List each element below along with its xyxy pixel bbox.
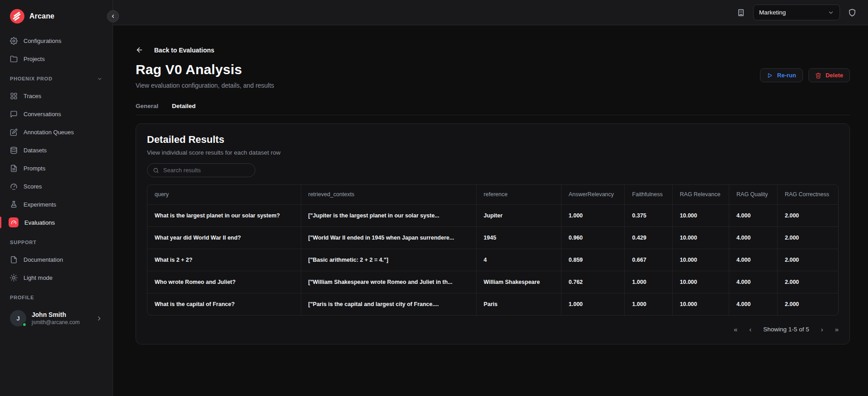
cell-query: What year did World War II end? (147, 226, 301, 249)
column-header-answer-relevancy: AnswerRelevancy (561, 185, 625, 204)
cell-retrieved-contexts: ["William Shakespeare wrote Romeo and Ju… (301, 271, 476, 293)
header-actions: Re-run Delete (760, 68, 850, 82)
topbar: Marketing (113, 0, 868, 25)
cell-retrieved-contexts: ["World War II ended in 1945 when Japan … (301, 226, 476, 249)
delete-button[interactable]: Delete (808, 68, 850, 82)
delete-label: Delete (826, 72, 843, 79)
profile-card[interactable]: J John Smith jsmith@arcane.com (0, 306, 113, 326)
cell-rag-correctness: 2.000 (778, 226, 839, 249)
cell-reference: Paris (476, 293, 561, 315)
first-page-icon[interactable]: « (734, 325, 737, 333)
column-header-reference: reference (476, 185, 561, 204)
sidebar-item-light-mode[interactable]: Light mode (0, 269, 113, 287)
cell-rag-correctness: 2.000 (778, 249, 839, 271)
brand-name: Arcane (29, 12, 54, 20)
evaluations-gauge-icon (9, 217, 19, 227)
card-subtitle: View individual score results for each d… (147, 149, 839, 156)
cell-answer-relevancy: 0.762 (561, 271, 625, 293)
sidebar-item-conversations[interactable]: Conversations (0, 105, 113, 123)
sidebar-item-scores[interactable]: Scores (0, 177, 113, 195)
play-icon (767, 72, 773, 79)
cell-rag-quality: 4.000 (729, 271, 778, 293)
prompt-file-icon (10, 165, 18, 172)
cell-faithfulness: 1.000 (625, 271, 672, 293)
cell-rag-correctness: 2.000 (778, 271, 839, 293)
section-label: PHOENIX PROD (10, 76, 52, 81)
sidebar-item-configurations[interactable]: Configurations (0, 32, 113, 50)
column-header-query: query (147, 185, 301, 204)
cell-rag-correctness: 2.000 (778, 204, 839, 226)
sidebar-section-support: SUPPORT (0, 234, 113, 250)
sidebar-item-label: Experiments (24, 201, 56, 208)
cell-rag-relevance: 10.000 (672, 204, 729, 226)
workspace-select[interactable]: Marketing (753, 5, 840, 20)
last-page-icon[interactable]: » (835, 325, 839, 333)
section-label: SUPPORT (10, 240, 37, 245)
chat-icon (10, 110, 18, 118)
chevron-down-icon (828, 9, 834, 16)
table-header-row: query retrieved_contexts reference Answe… (147, 185, 838, 204)
sidebar-item-projects[interactable]: Projects (0, 50, 113, 68)
page-title: Rag V0 Analysis (136, 62, 274, 77)
cell-query: Who wrote Romeo and Juliet? (147, 271, 301, 293)
pagination-label: Showing 1-5 of 5 (763, 326, 809, 333)
cell-rag-relevance: 10.000 (672, 249, 729, 271)
search-input[interactable] (163, 167, 250, 174)
brand: Arcane (0, 7, 113, 32)
cell-reference: 1945 (476, 226, 561, 249)
gear-icon (10, 37, 18, 45)
previous-page-icon[interactable]: ‹ (749, 325, 751, 333)
cell-rag-relevance: 10.000 (672, 226, 729, 249)
cell-rag-quality: 4.000 (729, 204, 778, 226)
rerun-button[interactable]: Re-run (760, 68, 803, 82)
next-page-icon[interactable]: › (821, 325, 823, 333)
cell-rag-quality: 4.000 (729, 249, 778, 271)
back-to-evaluations-link[interactable]: Back to Evaluations (136, 46, 214, 54)
sidebar-item-label: Documentation (24, 256, 63, 263)
tab-detailed[interactable]: Detailed (172, 103, 196, 115)
cell-query: What is the capital of France? (147, 293, 301, 315)
database-icon (10, 146, 18, 154)
cell-answer-relevancy: 1.000 (561, 204, 625, 226)
sidebar-item-experiments[interactable]: Experiments (0, 195, 113, 213)
tab-bar: General Detailed (136, 103, 850, 115)
cell-faithfulness: 1.000 (625, 293, 672, 315)
search-icon (153, 167, 159, 174)
sidebar-section-phoenix-prod[interactable]: PHOENIX PROD (0, 71, 113, 87)
sidebar-item-label: Traces (24, 93, 41, 99)
cell-rag-quality: 4.000 (729, 293, 778, 315)
sidebar-item-label: Configurations (24, 38, 61, 44)
cell-answer-relevancy: 1.000 (561, 293, 625, 315)
flask-icon (10, 201, 18, 208)
sidebar-item-annotation-queues[interactable]: Annotation Queues (0, 123, 113, 141)
avatar-initial: J (16, 315, 19, 322)
sidebar-collapse-button[interactable] (107, 10, 119, 23)
back-label: Back to Evaluations (154, 47, 214, 54)
grid-icon (10, 92, 18, 100)
sidebar-item-traces[interactable]: Traces (0, 87, 113, 105)
sidebar-section-profile: PROFILE (0, 289, 113, 306)
sidebar-item-evaluations[interactable]: Evaluations (0, 213, 113, 231)
sun-icon (10, 274, 18, 282)
table-row: What is the capital of France? ["Paris i… (147, 293, 838, 315)
sidebar-item-datasets[interactable]: Datasets (0, 141, 113, 159)
cell-rag-correctness: 2.000 (778, 293, 839, 315)
cell-query: What is 2 + 2? (147, 249, 301, 271)
cell-retrieved-contexts: ["Basic arithmetic: 2 + 2 = 4."] (301, 249, 476, 271)
section-label: PROFILE (10, 295, 34, 300)
sidebar-item-documentation[interactable]: Documentation (0, 250, 113, 269)
page-header: Rag V0 Analysis View evaluation configur… (136, 62, 850, 89)
column-header-rag-relevance: RAG Relevance (672, 185, 729, 204)
detailed-results-card: Detailed Results View individual score r… (136, 123, 850, 344)
sidebar-item-label: Scores (24, 183, 42, 190)
arrow-left-icon (136, 46, 143, 54)
sidebar-item-prompts[interactable]: Prompts (0, 159, 113, 177)
shield-icon[interactable] (848, 9, 856, 17)
tab-general[interactable]: General (136, 103, 158, 115)
cell-reference: William Shakespeare (476, 271, 561, 293)
table-row: What year did World War II end? ["World … (147, 226, 838, 249)
tab-divider (136, 115, 850, 115)
profile-name: John Smith (32, 311, 90, 318)
cell-retrieved-contexts: ["Jupiter is the largest planet in our s… (301, 204, 476, 226)
results-table: query retrieved_contexts reference Answe… (147, 184, 839, 316)
